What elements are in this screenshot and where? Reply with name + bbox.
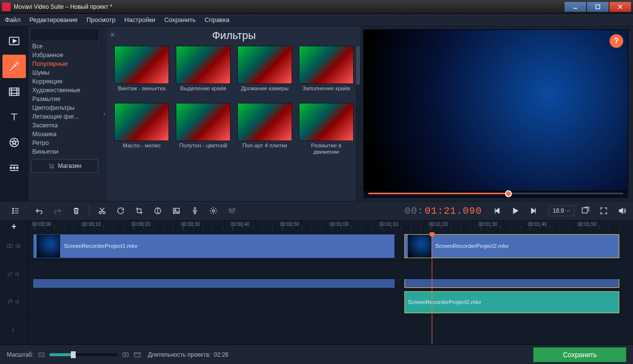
transitions-tab[interactable] <box>2 80 26 103</box>
video-icon <box>6 243 13 249</box>
filter-item[interactable]: Размытие в движении <box>299 103 354 155</box>
category-lightleak[interactable]: Засветка <box>31 121 98 130</box>
category-noise[interactable]: Шумы <box>31 68 98 77</box>
tracks-area[interactable]: ScreenRecorderProject1.mkv ScreenRecorde… <box>28 232 633 344</box>
media-tab[interactable] <box>2 29 26 53</box>
titles-tab[interactable] <box>2 105 26 129</box>
menu-view[interactable]: Просмотр <box>86 16 115 23</box>
filter-item[interactable]: Заполнение краёв <box>299 46 354 98</box>
filter-item[interactable]: Выделение краёв <box>176 46 231 98</box>
filter-item[interactable]: Винтаж - виньетка <box>114 46 169 98</box>
clip-video1[interactable]: ScreenRecorderProject1.mkv <box>33 234 395 258</box>
filter-item[interactable]: Поп-арт 4 плитки <box>237 103 292 155</box>
menu-help[interactable]: Справка <box>205 16 230 23</box>
clip-video2[interactable]: ScreenRecorderProject2.mkv <box>404 234 619 258</box>
cut-button[interactable] <box>94 203 110 218</box>
category-retro[interactable]: Ретро <box>31 139 98 147</box>
category-colorfilters[interactable]: Цветофильтры <box>31 103 98 112</box>
preview-progress[interactable] <box>363 191 628 198</box>
music-track[interactable] <box>28 317 633 345</box>
volume-button[interactable] <box>614 203 630 218</box>
menu-file[interactable]: Файл <box>5 16 21 23</box>
svg-point-15 <box>16 167 18 168</box>
window-close-button[interactable] <box>610 2 631 12</box>
menu-save[interactable]: Сохранить <box>164 16 196 23</box>
detach-button[interactable] <box>577 203 593 218</box>
add-track-button[interactable]: + <box>0 221 28 232</box>
window-minimize-button[interactable] <box>565 2 586 12</box>
category-vignettes[interactable]: Виньетки <box>31 147 98 156</box>
window-maximize-button[interactable] <box>587 2 609 12</box>
fullscreen-button[interactable] <box>596 203 612 218</box>
collapse-sidebar-button[interactable]: ‹ <box>102 26 107 201</box>
zoom-fit-icon[interactable] <box>133 351 141 359</box>
store-label: Магазин <box>58 162 81 169</box>
category-all[interactable]: Все <box>31 42 98 51</box>
prev-frame-button[interactable] <box>490 203 506 218</box>
delete-button[interactable] <box>68 203 84 218</box>
undo-button[interactable] <box>31 203 47 218</box>
search-input[interactable] <box>34 31 109 38</box>
filter-search[interactable]: ✕ <box>31 29 98 40</box>
timeline-ruler-row: + 00:00:0000:00:1000:00:2000:00:3000:00:… <box>0 221 633 232</box>
preview-screen[interactable] <box>363 29 628 191</box>
linked-audio-track-head[interactable] <box>0 261 28 289</box>
category-blur[interactable]: Размытие <box>31 95 98 103</box>
linked-audio-track[interactable] <box>28 261 633 289</box>
timeline: ScreenRecorderProject1.mkv ScreenRecorde… <box>0 232 633 344</box>
save-button[interactable]: Сохранить <box>533 347 626 362</box>
picture-button[interactable] <box>169 203 184 218</box>
filter-item[interactable]: Дрожание камеры <box>237 46 292 98</box>
menu-settings[interactable]: Настройки <box>124 16 155 23</box>
playhead[interactable] <box>432 232 432 344</box>
svg-rect-57 <box>134 352 140 357</box>
filter-item[interactable]: Полутон - цветной <box>176 103 231 155</box>
audio-track-head[interactable] <box>0 288 28 317</box>
category-artistic[interactable]: Художественные <box>31 86 98 95</box>
category-mosaic[interactable]: Мозаика <box>31 130 98 139</box>
crop-button[interactable] <box>131 203 147 218</box>
audio-track[interactable]: ScreenRecorderProject2.mkv <box>28 288 633 317</box>
menu-edit[interactable]: Редактирование <box>29 16 78 23</box>
rotate-button[interactable] <box>113 203 128 218</box>
browser-scrollbar[interactable] <box>356 46 360 201</box>
play-button[interactable] <box>507 203 523 218</box>
edit-toolbar: 00:01:21.090 16:9 <box>0 201 633 221</box>
stickers-tab[interactable] <box>2 131 26 154</box>
filter-item[interactable]: Масло - мелко <box>114 103 169 155</box>
category-popular[interactable]: Популярные <box>31 60 98 68</box>
ruler-label: 00:00:50 <box>280 222 299 227</box>
help-button[interactable]: ? <box>610 34 623 48</box>
filters-tab[interactable] <box>2 55 26 78</box>
more-tab[interactable] <box>2 156 26 180</box>
menu-bar: Файл Редактирование Просмотр Настройки С… <box>0 14 633 26</box>
next-frame-button[interactable] <box>525 203 541 218</box>
zoom-in-icon[interactable] <box>122 351 129 359</box>
video-track-head[interactable] <box>0 232 28 261</box>
speaker-icon <box>15 299 21 305</box>
color-button[interactable] <box>150 203 166 218</box>
svg-marker-12 <box>11 140 17 145</box>
equalizer-button[interactable] <box>224 203 240 218</box>
clip-audio-under2[interactable] <box>404 279 619 288</box>
clip-audio-under1[interactable] <box>33 279 395 288</box>
timeline-ruler[interactable]: 00:00:0000:00:1000:00:2000:00:3000:00:40… <box>28 221 633 232</box>
clip-audio2[interactable]: ScreenRecorderProject2.mkv <box>404 291 619 313</box>
video-track[interactable]: ScreenRecorderProject1.mkv ScreenRecorde… <box>28 232 633 261</box>
filters-pane: Фильтры Винтаж - виньетка Выделение краё… <box>107 26 360 201</box>
store-button[interactable]: Магазин <box>31 159 98 173</box>
category-correction[interactable]: Коррекция <box>31 77 98 86</box>
aspect-ratio-select[interactable]: 16:9 <box>549 205 574 216</box>
redo-button[interactable] <box>50 203 65 218</box>
zoom-slider[interactable] <box>49 353 118 356</box>
project-duration: Длительность проекта: 02:26 <box>148 351 229 358</box>
ruler-label: 00:00:20 <box>131 222 150 227</box>
timeline-menu-button[interactable] <box>8 203 23 218</box>
mic-button[interactable] <box>187 203 203 218</box>
music-track-head[interactable] <box>0 317 28 345</box>
category-flying[interactable]: Летающие фиг... <box>31 112 98 121</box>
settings-button[interactable] <box>206 203 221 218</box>
main-area: ✕ Все Избранное Популярные Шумы Коррекци… <box>0 26 633 201</box>
category-favorites[interactable]: Избранное <box>31 51 98 60</box>
zoom-out-icon[interactable] <box>38 351 45 359</box>
